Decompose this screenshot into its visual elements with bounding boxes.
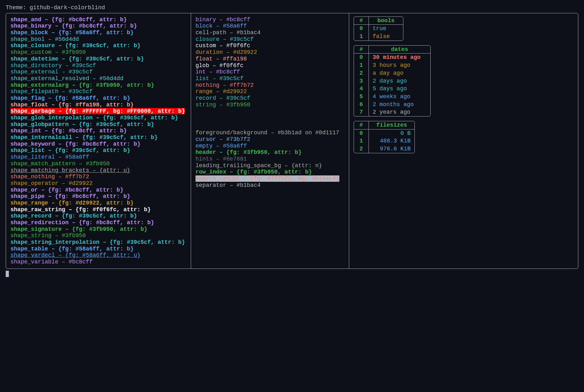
theme-preview-frame: shape_and – {fg: #bc8cff, attr: b}shape_… bbox=[6, 13, 578, 269]
theme-entry: header – {fg: #3fb950, attr: b} bbox=[196, 149, 344, 156]
theme-entry: float – #ffa198 bbox=[196, 56, 344, 62]
theme-entry: shape_or – {fg: #bc8cff, attr: b} bbox=[10, 187, 186, 193]
theme-entry: shape_internalcall – {fg: #39c5cf, attr:… bbox=[10, 134, 186, 141]
theme-entry: shape_redirection – {fg: #bc8cff, attr: … bbox=[10, 219, 186, 226]
table-row: 62 months ago bbox=[354, 101, 430, 109]
theme-entry: shape_keyword – {fg: #bc8cff, attr: b} bbox=[10, 141, 186, 148]
theme-entry: shape_external_resolved – #56d4dd bbox=[10, 75, 186, 82]
filesizes-table: #filesizes00 B1488.3 KiB2976.6 KiB bbox=[354, 121, 415, 153]
theme-entry: shape_externalarg – {fg: #3fb950, attr: … bbox=[10, 82, 186, 89]
theme-entry: shape_matching_brackets – {attr: u} bbox=[10, 167, 186, 174]
theme-entry: cursor – #73b7f2 bbox=[196, 136, 344, 143]
theme-entry: shape_external – #39c5cf bbox=[10, 69, 186, 75]
theme-entry: shape_flag – {fg: #58a6ff, attr: b} bbox=[10, 95, 186, 102]
bools-table: #bools0true1false bbox=[354, 16, 403, 41]
types-column: binary – #bc8cffblock – #58a6ffcell-path… bbox=[191, 13, 349, 269]
theme-entry: foreground/background – #b3b1ad on #0d11… bbox=[196, 130, 344, 136]
theme-entry: shape_record – {fg: #39c5cf, attr: b} bbox=[10, 213, 186, 219]
theme-entry: empty – #58a6ff bbox=[196, 143, 344, 149]
theme-entry: row_index – {fg: #3fb950, attr: b} bbox=[196, 169, 344, 175]
theme-entry: shape_binary – {fg: #bc8cff, attr: b} bbox=[10, 23, 186, 29]
table-row: 030 minutes ago bbox=[354, 54, 430, 61]
table-row: 32 days ago bbox=[354, 77, 430, 85]
theme-entry: shape_pipe – {fg: #bc8cff, attr: b} bbox=[10, 193, 186, 200]
table-row: 2976.6 KiB bbox=[354, 145, 414, 153]
theme-entry: shape_list – {fg: #39c5cf, attr: b} bbox=[10, 147, 186, 154]
table-row: 0true bbox=[354, 25, 403, 33]
table-row: 45 days ago bbox=[354, 85, 430, 93]
theme-entry: shape_bool – #56d4dd bbox=[10, 36, 186, 43]
theme-entry: shape_string_interpolation – {fg: #39c5c… bbox=[10, 239, 186, 246]
tables-column: #bools0true1false#dates030 minutes ago13… bbox=[349, 13, 578, 269]
theme-entry: shape_closure – {fg: #39c5cf, attr: b} bbox=[10, 42, 186, 49]
theme-entry: shape_filepath – #39c5cf bbox=[10, 88, 186, 95]
theme-entry: int – #bc8cff bbox=[196, 69, 344, 75]
theme-entry: shape_range – {fg: #d29922, attr: b} bbox=[10, 200, 186, 206]
shapes-column: shape_and – {fg: #bc8cff, attr: b}shape_… bbox=[6, 13, 191, 269]
theme-entry: shape_custom – #3fb950 bbox=[10, 49, 186, 56]
theme-entry: shape_match_pattern – #3fb950 bbox=[10, 161, 186, 167]
table-row: 00 B bbox=[354, 130, 414, 137]
theme-entry: hints – #6e7681 bbox=[196, 156, 344, 162]
theme-entry: shape_and – {fg: #bc8cff, attr: b} bbox=[10, 16, 186, 23]
theme-entry: shape_nothing – #ff7b72 bbox=[10, 174, 186, 180]
theme-entry: shape_datetime – {fg: #39c5cf, attr: b} bbox=[10, 56, 186, 62]
theme-entry: string – #3fb950 bbox=[196, 102, 344, 108]
theme-entry: binary – #bc8cff bbox=[196, 16, 344, 23]
theme-entry: shape_garbage – {fg: #FFFFFF, bg: #FF000… bbox=[10, 108, 186, 115]
table-row: 1488.3 KiB bbox=[354, 137, 414, 145]
theme-entry: shape_vardecl – {fg: #58a6ff, attr: u} bbox=[10, 252, 186, 259]
table-row: 72 years ago bbox=[354, 108, 430, 116]
theme-entry: glob – #f0f6fc bbox=[196, 62, 344, 69]
theme-entry: shape_variable – #bc8cff bbox=[10, 259, 186, 265]
theme-entry: shape_operator – #d29922 bbox=[10, 180, 186, 187]
theme-entry: block – #58a6ff bbox=[196, 23, 344, 29]
table-row: 54 weeks ago bbox=[354, 93, 430, 101]
theme-entry: shape_directory – #39c5cf bbox=[10, 62, 186, 69]
dates-table: #dates030 minutes ago13 hours ago2a day … bbox=[354, 45, 431, 117]
theme-entry: shape_float – {fg: #ffa198, attr: b} bbox=[10, 102, 186, 108]
theme-entry: shape_string – #3fb950 bbox=[10, 232, 186, 239]
table-row: 13 hours ago bbox=[354, 61, 430, 69]
theme-entry: nothing – #ff7b72 bbox=[196, 82, 344, 89]
theme-entry: shape_globpattern – {fg: #39c5cf, attr: … bbox=[10, 121, 186, 128]
theme-entry: shape_glob_interpolation – {fg: #39c5cf,… bbox=[10, 115, 186, 121]
theme-entry: closure – #39c5cf bbox=[196, 36, 344, 43]
theme-entry: shape_int – {fg: #bc8cff, attr: b} bbox=[10, 128, 186, 134]
theme-entry: shape_literal – #58a6ff bbox=[10, 154, 186, 161]
theme-title: Theme: github-dark-colorblind bbox=[6, 4, 578, 11]
theme-entry: shape_signature – {fg: #3fb950, attr: b} bbox=[10, 226, 186, 233]
terminal-cursor bbox=[6, 271, 9, 277]
theme-entry: custom – #f0f6fc bbox=[196, 42, 344, 49]
theme-entry: shape_table – {fg: #58a6ff, attr: b} bbox=[10, 246, 186, 252]
theme-entry: range – #d29922 bbox=[196, 88, 344, 95]
table-row: 1false bbox=[354, 33, 403, 41]
theme-entry: record – #39c5cf bbox=[196, 95, 344, 102]
theme-entry: list – #39c5cf bbox=[196, 75, 344, 82]
theme-entry: separator – #b1bac4 bbox=[196, 182, 344, 189]
theme-entry: leading_trailing_space_bg – {attr: n} bbox=[196, 162, 344, 169]
theme-entry: shape_block – {fg: #58a6ff, attr: b} bbox=[10, 29, 186, 36]
theme-entry: cell-path – #b1bac4 bbox=[196, 29, 344, 36]
theme-entry: shape_raw_string – {fg: #f0f6fc, attr: b… bbox=[10, 206, 186, 213]
theme-entry: search_result – {fg: #ff7b72, bg: #b1bac… bbox=[196, 175, 344, 182]
table-row: 2a day ago bbox=[354, 69, 430, 77]
theme-entry: duration – #d29922 bbox=[196, 49, 344, 56]
